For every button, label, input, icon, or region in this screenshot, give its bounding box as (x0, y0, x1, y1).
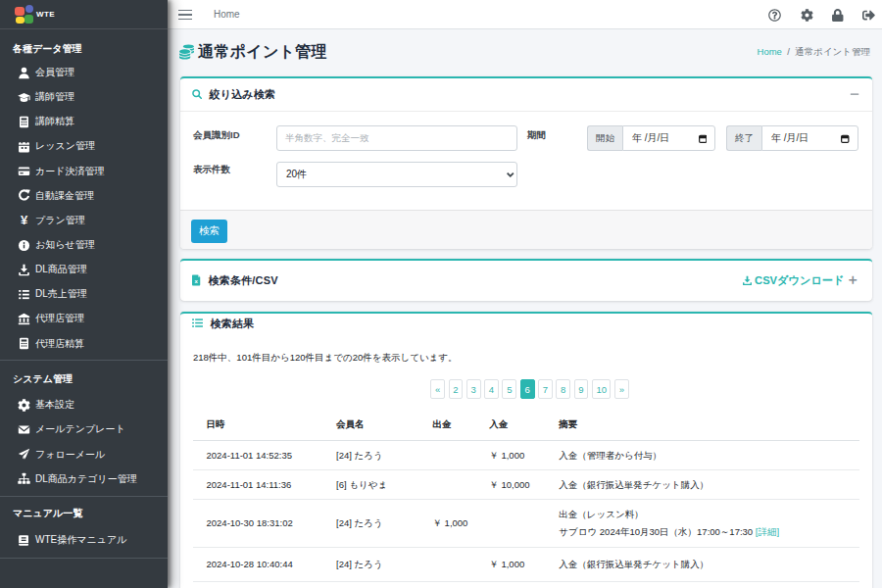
svg-text:x: x (194, 278, 198, 284)
